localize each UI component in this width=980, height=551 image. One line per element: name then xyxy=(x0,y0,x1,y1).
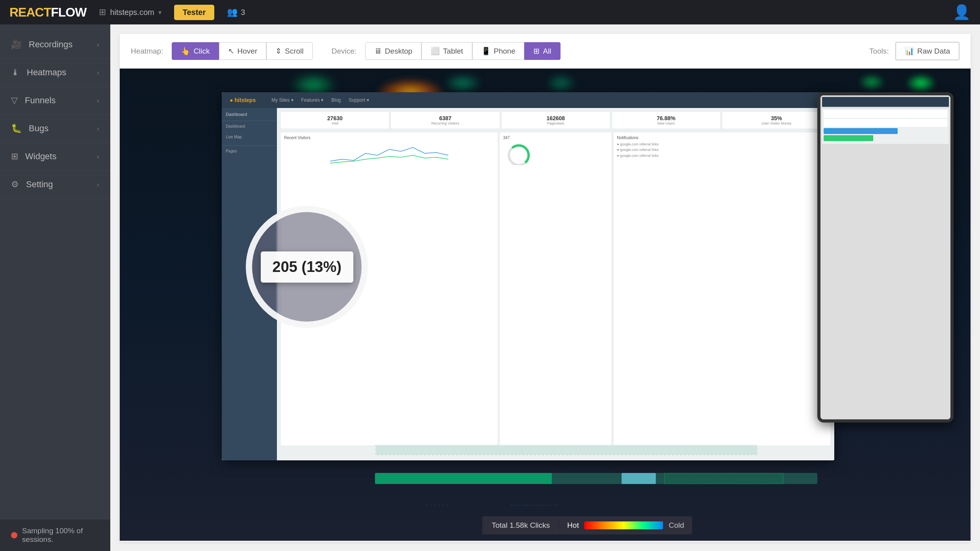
scroll-icon: ⇕ xyxy=(275,47,282,56)
site-icon: ⊞ xyxy=(99,7,106,17)
all-label: All xyxy=(543,47,551,56)
phone-label: Phone xyxy=(494,47,516,56)
funnels-icon: ▽ xyxy=(11,95,18,106)
site-selector[interactable]: ⊞ hitsteps.com ▾ xyxy=(99,7,161,17)
sampling-bar: Sampling 100% of sessions. xyxy=(0,519,110,551)
tablet-icon: ⬜ xyxy=(431,47,440,56)
click-label: Click xyxy=(193,47,210,56)
tablet-button[interactable]: ⬜ Tablet xyxy=(421,42,472,60)
logo-flow: FLOW xyxy=(51,5,86,20)
raw-data-button[interactable]: 📊 Raw Data xyxy=(895,42,960,60)
heatmap-toolbar: Heatmap: 👆 Click ↖ Hover ⇕ Scroll xyxy=(120,34,971,69)
logo: REACTFLOW xyxy=(9,5,86,20)
team-count: 3 xyxy=(241,8,245,17)
tablet-mockup xyxy=(817,92,954,423)
sidebar-item-recordings[interactable]: 🎥 Recordings ‹ xyxy=(0,31,110,59)
heatmap-display: · · · · · · · · · · · · · · · · · · · · … xyxy=(120,69,971,541)
sidebar-item-heatmaps[interactable]: 🌡 Heatmaps ‹ xyxy=(0,59,110,87)
all-button[interactable]: ⊞ All xyxy=(524,42,560,60)
heatmap-statusbar: Total 1.58k Clicks Hot Cold xyxy=(482,516,692,534)
sampling-dot xyxy=(11,532,17,538)
total-clicks-badge: Total 1.58k Clicks xyxy=(482,516,559,534)
dotted-line-bottom-1: · · · · · · · · · · · · · · · xyxy=(426,422,487,427)
scroll-button[interactable]: ⇕ Scroll xyxy=(266,42,313,60)
sidebar-label-funnels: Funnels xyxy=(25,95,56,106)
sidebar-item-funnels[interactable]: ▽ Funnels ‹ xyxy=(0,87,110,115)
sidebar-item-setting[interactable]: ⚙ Setting ‹ xyxy=(0,171,110,199)
hot-label: Hot xyxy=(567,521,579,530)
setting-icon: ⚙ xyxy=(11,179,19,190)
sidebar-label-widgets: Widgets xyxy=(25,151,56,162)
heatmaps-icon: 🌡 xyxy=(11,67,20,78)
phone-icon: 📱 xyxy=(481,47,491,56)
site-name: hitsteps.com xyxy=(110,8,154,17)
click-icon: 👆 xyxy=(181,47,190,56)
user-avatar-icon: 👤 xyxy=(953,4,971,20)
selection-bar-1 xyxy=(375,445,758,456)
sidebar-label-recordings: Recordings xyxy=(29,39,72,50)
logo-react: REACT xyxy=(9,5,51,20)
raw-data-icon: 📊 xyxy=(905,47,914,56)
heat-gradient-bar: Hot Cold xyxy=(559,516,692,534)
recordings-chevron-icon: ‹ xyxy=(97,41,99,49)
sidebar-label-heatmaps: Heatmaps xyxy=(27,67,66,78)
zoom-circle: 205 (13%) xyxy=(246,206,368,328)
tablet-label: Tablet xyxy=(443,47,463,56)
sidebar-label-bugs: Bugs xyxy=(29,123,48,134)
funnels-chevron-icon: ‹ xyxy=(97,97,99,105)
gradient-strip xyxy=(585,521,663,529)
selection-highlight xyxy=(622,473,655,484)
hover-button[interactable]: ↖ Hover xyxy=(219,42,267,60)
widgets-icon: ⊞ xyxy=(11,151,18,162)
main-content: Heatmap: 👆 Click ↖ Hover ⇕ Scroll xyxy=(110,24,980,551)
sampling-text: Sampling 100% of sessions. xyxy=(22,527,99,544)
heatmaps-chevron-icon: ‹ xyxy=(97,69,99,77)
recordings-icon: 🎥 xyxy=(11,39,22,50)
desktop-button[interactable]: 🖥 Desktop xyxy=(365,42,421,60)
raw-data-label: Raw Data xyxy=(917,47,950,56)
heat-dots-bottom: · · · · · · · · · · · · · · · · · · xyxy=(511,502,558,508)
dotted-row-right xyxy=(664,473,783,484)
click-button[interactable]: 👆 Click xyxy=(172,42,219,60)
setting-chevron-icon: ‹ xyxy=(97,181,99,189)
user-menu[interactable]: 👤 xyxy=(953,4,971,20)
device-label: Device: xyxy=(332,47,356,56)
content-panel: Heatmap: 👆 Click ↖ Hover ⇕ Scroll xyxy=(120,34,971,542)
team-icon: 👥 xyxy=(227,7,238,17)
phone-button[interactable]: 📱 Phone xyxy=(472,42,525,60)
bugs-chevron-icon: ‹ xyxy=(97,125,99,133)
sidebar-item-bugs[interactable]: 🐛 Bugs ‹ xyxy=(0,115,110,143)
zoom-tooltip: 205 (13%) xyxy=(261,251,353,283)
heat-blob-4 xyxy=(545,73,577,93)
sidebar-item-widgets[interactable]: ⊞ Widgets ‹ xyxy=(0,143,110,171)
heatmap-label: Heatmap: xyxy=(131,47,163,56)
heat-blob-top-right-1 xyxy=(905,73,937,93)
desktop-icon: 🖥 xyxy=(374,47,382,56)
hover-label: Hover xyxy=(238,47,258,56)
dotted-line-bottom-2: · · · · · · xyxy=(426,502,449,508)
sidebar: 🎥 Recordings ‹ 🌡 Heatmaps ‹ ▽ Funnels ‹ … xyxy=(0,24,110,551)
scroll-label: Scroll xyxy=(285,47,304,56)
heat-blob-top-right-2 xyxy=(858,73,885,91)
heat-blob-3 xyxy=(443,73,483,93)
widgets-chevron-icon: ‹ xyxy=(97,153,99,161)
team-button[interactable]: 👥 3 xyxy=(227,7,245,17)
bugs-icon: 🐛 xyxy=(11,123,22,134)
tester-button[interactable]: Tester xyxy=(174,5,215,20)
tools-label: Tools: xyxy=(869,47,889,56)
topnav: REACTFLOW ⊞ hitsteps.com ▾ Tester 👥 3 👤 xyxy=(0,0,980,24)
site-chevron-icon: ▾ xyxy=(158,9,161,16)
desktop-label: Desktop xyxy=(385,47,412,56)
sidebar-label-setting: Setting xyxy=(26,179,53,190)
cold-label: Cold xyxy=(669,521,684,530)
hover-icon: ↖ xyxy=(228,47,234,56)
all-icon: ⊞ xyxy=(533,47,540,56)
